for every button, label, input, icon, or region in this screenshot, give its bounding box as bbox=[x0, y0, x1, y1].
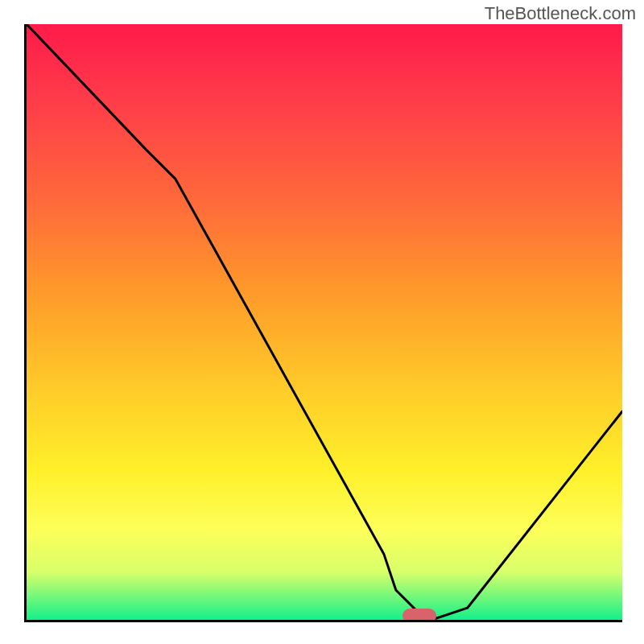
chart-plot-area bbox=[24, 24, 622, 622]
chart-line-curve bbox=[27, 24, 622, 620]
watermark-text: TheBottleneck.com bbox=[485, 3, 636, 24]
chart-optimum-marker bbox=[402, 609, 436, 622]
